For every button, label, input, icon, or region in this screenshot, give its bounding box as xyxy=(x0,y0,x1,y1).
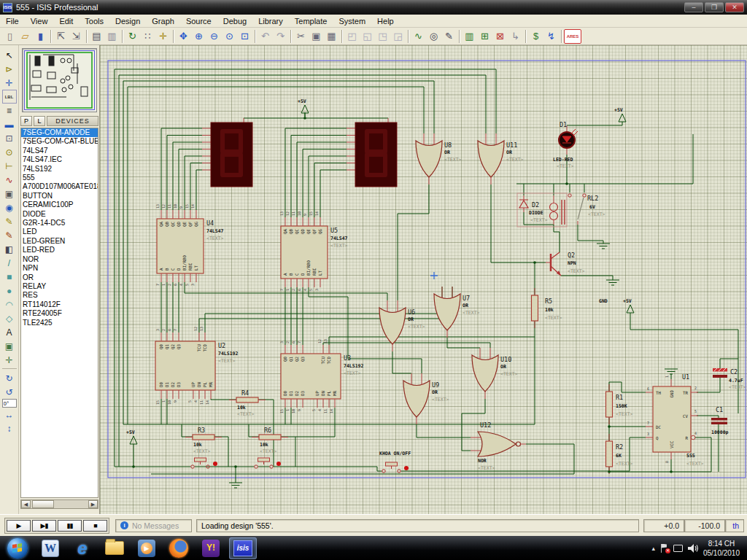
bill-of-materials-button[interactable]: $ xyxy=(528,29,543,44)
component-u10[interactable]: U10OR<TEXT> xyxy=(472,348,518,399)
component-r1[interactable] xyxy=(606,384,613,424)
remove-sheet-button[interactable]: ⊠ xyxy=(492,29,508,44)
symbol-2d-icon[interactable]: ▣ xyxy=(2,339,17,353)
junction-dot-mode-icon[interactable]: ✛ xyxy=(2,76,17,90)
mirror-vertical-icon[interactable]: ↕ xyxy=(2,421,17,435)
device-item-led-green[interactable]: LED-GREEN xyxy=(21,237,98,246)
pan-button[interactable]: ✥ xyxy=(176,29,191,44)
taskbar-app-ie[interactable]: e xyxy=(69,537,96,559)
taskbar-app-isis[interactable]: isis xyxy=(229,537,257,559)
menu-view[interactable]: View xyxy=(25,15,54,27)
mirror-horizontal-icon[interactable]: ↔ xyxy=(2,408,17,421)
zoom-area-button[interactable]: ⊡ xyxy=(237,29,252,44)
component-c2-capacitor[interactable] xyxy=(713,368,727,378)
open-design-button[interactable]: ▱ xyxy=(18,29,33,44)
device-item-74ls192[interactable]: 74LS192 xyxy=(21,165,98,174)
pick-devices-button[interactable]: P xyxy=(20,116,32,126)
marker-2d-icon[interactable]: ✛ xyxy=(2,353,17,367)
device-item-74ls47[interactable]: 74LS47 xyxy=(21,147,98,155)
seven-segment-display-2[interactable] xyxy=(355,122,397,187)
block-rotate-button[interactable]: ◳ xyxy=(375,29,390,44)
menu-template[interactable]: Template xyxy=(289,15,333,27)
power-terminal[interactable] xyxy=(619,114,626,125)
component-u12[interactable]: U12NOR<TEXT> xyxy=(471,421,526,471)
subcircuit-mode-icon[interactable]: ⊡ xyxy=(2,131,17,145)
minimize-button[interactable]: – xyxy=(684,2,703,12)
device-item-diode[interactable]: DIODE xyxy=(21,210,98,219)
device-item-tle2425[interactable]: TLE2425 xyxy=(21,319,98,327)
redraw-button[interactable]: ↻ xyxy=(125,29,140,44)
goto-sheet-button[interactable]: ↳ xyxy=(508,29,523,44)
block-move-button[interactable]: ◱ xyxy=(360,29,375,44)
action-center-flag-icon[interactable]: ✕ xyxy=(660,544,668,553)
title-bar[interactable]: ISIS 555 - ISIS Professional – ❐ ✕ xyxy=(0,0,747,15)
taskbar-app-word[interactable]: W xyxy=(36,537,64,559)
menu-design[interactable]: Design xyxy=(109,15,146,27)
line-2d-icon[interactable]: / xyxy=(2,256,17,270)
zoom-all-button[interactable]: ⊙ xyxy=(222,29,237,44)
component-r2[interactable] xyxy=(606,434,613,474)
current-probe-mode-icon[interactable]: ✎ xyxy=(2,228,17,242)
network-icon[interactable] xyxy=(673,545,683,552)
stop-button[interactable]: ■ xyxy=(83,520,107,532)
text-2d-icon[interactable]: A xyxy=(2,325,17,339)
paste-button[interactable]: ▦ xyxy=(324,29,339,44)
device-item-res[interactable]: RES xyxy=(21,291,98,300)
device-item-npn[interactable]: NPN xyxy=(21,264,98,273)
arc-2d-icon[interactable]: ◠ xyxy=(2,298,17,311)
block-copy-button[interactable]: ◰ xyxy=(344,29,360,44)
menu-graph[interactable]: Graph xyxy=(146,15,180,27)
save-design-button[interactable]: ▮ xyxy=(33,29,48,44)
wire[interactable] xyxy=(516,125,738,424)
power-terminal[interactable] xyxy=(301,105,309,117)
wire-autorouter-button[interactable]: ∿ xyxy=(411,29,426,44)
library-button[interactable]: L xyxy=(34,116,45,126)
device-item-a700d107m006ate018[interactable]: A700D107M006ATE018 xyxy=(21,182,98,191)
device-item-rte24005f[interactable]: RTE24005F xyxy=(21,309,98,318)
search-tag-button[interactable]: ◎ xyxy=(426,29,441,44)
taskbar-app-yahoo[interactable]: Y! xyxy=(197,537,225,559)
property-assignment-button[interactable]: ✎ xyxy=(441,29,457,44)
ground-symbol[interactable] xyxy=(229,483,242,488)
component-rl2-relay[interactable] xyxy=(517,193,586,227)
menu-edit[interactable]: Edit xyxy=(53,15,79,27)
maximize-button[interactable]: ❐ xyxy=(705,2,724,12)
virtual-instruments-mode-icon[interactable]: ◧ xyxy=(2,242,17,256)
print-button[interactable]: ▤ xyxy=(89,29,104,44)
component-u5[interactable]: QA13QB12QC11QD10QE9QF15QG14A7B1C2D6BI/RB… xyxy=(279,211,348,291)
taskbar-app-wmp[interactable]: ▶ xyxy=(133,537,160,559)
device-item-led[interactable]: LED xyxy=(21,228,98,236)
ground-symbol[interactable] xyxy=(665,369,678,374)
component-u3[interactable]: Q03Q12Q26Q37TCU12TCD13D015D11D210D39UP5D… xyxy=(279,339,363,413)
component-u6[interactable]: U6OR<TEXT> xyxy=(379,300,425,351)
play-button[interactable]: ▶ xyxy=(7,520,31,532)
device-item-led-red[interactable]: LED-RED xyxy=(21,246,98,254)
terminal-mode-icon[interactable]: ⊙ xyxy=(2,145,17,159)
device-item-button[interactable]: BUTTON xyxy=(21,192,98,201)
netlist-to-ares-button[interactable]: ARES xyxy=(564,29,581,44)
device-list-scrollbar[interactable]: ◀ ▶ xyxy=(20,499,98,509)
import-section-button[interactable]: ⇱ xyxy=(53,29,69,44)
component-u1[interactable]: TH6DC7Q3TR2CV5R4GND1VCC8U1555<TEXT> xyxy=(646,373,704,467)
close-button[interactable]: ✕ xyxy=(725,2,744,12)
pause-button[interactable]: ▮▮ xyxy=(58,520,82,532)
undo-button[interactable]: ↶ xyxy=(258,29,273,44)
schematic-overview[interactable] xyxy=(22,48,97,112)
device-item-rt114012f[interactable]: RT114012F xyxy=(21,300,98,309)
component-d1-led[interactable] xyxy=(559,129,578,148)
rotate-clockwise-icon[interactable]: ↻ xyxy=(2,371,17,385)
taskbar-app-firefox[interactable] xyxy=(165,537,193,559)
menu-tools[interactable]: Tools xyxy=(79,15,109,27)
selection-tool-icon[interactable]: ↖ xyxy=(2,48,17,62)
start-button[interactable] xyxy=(7,538,28,559)
block-delete-button[interactable]: ◲ xyxy=(390,29,406,44)
graph-mode-icon[interactable]: ∿ xyxy=(2,173,17,187)
redo-button[interactable]: ↷ xyxy=(273,29,288,44)
power-terminal[interactable] xyxy=(130,436,137,448)
tape-recorder-mode-icon[interactable]: ▣ xyxy=(2,187,17,201)
component-u2[interactable]: Q03Q12Q26Q37TCU12TCD13D015D11D210D39UP5D… xyxy=(155,327,238,405)
device-item-74ls47.iec[interactable]: 74LS47.IEC xyxy=(21,155,98,164)
toggle-grid-button[interactable]: ∷ xyxy=(140,29,155,44)
generator-mode-icon[interactable]: ◉ xyxy=(2,201,17,214)
voltage-probe-mode-icon[interactable]: ✎ xyxy=(2,214,17,228)
